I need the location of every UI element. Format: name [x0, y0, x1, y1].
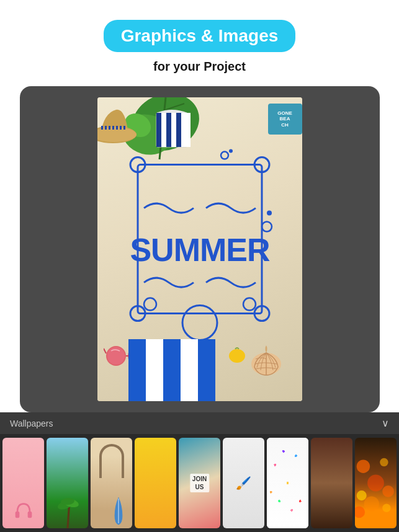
svg-rect-18 — [123, 126, 125, 130]
svg-rect-15 — [112, 126, 114, 130]
svg-rect-12 — [101, 126, 103, 130]
palm-tree-icon — [55, 494, 80, 528]
svg-point-65 — [357, 490, 367, 500]
svg-point-36 — [144, 298, 156, 311]
svg-point-66 — [382, 485, 394, 497]
svg-rect-14 — [109, 126, 110, 130]
svg-point-33 — [229, 149, 233, 153]
svg-line-57 — [68, 507, 69, 528]
wallpapers-label-row[interactable]: Wallpapers ∨ — [0, 412, 399, 434]
bottom-bar: Wallpapers ∨ — [0, 412, 399, 532]
arch-shape — [99, 444, 124, 478]
svg-line-45 — [104, 348, 106, 353]
svg-rect-13 — [105, 126, 107, 130]
thumbnail-8[interactable] — [311, 438, 352, 528]
svg-rect-48 — [128, 339, 146, 401]
svg-rect-22 — [161, 113, 166, 147]
title-text: Graphics & Images — [121, 26, 279, 45]
svg-rect-56 — [27, 512, 32, 518]
headphone-icon — [12, 500, 35, 525]
header: Graphics & Images for your Project — [0, 0, 399, 86]
thumbnails-row: JOINUS 🖌️ — [0, 434, 399, 532]
thumbnail-2[interactable] — [47, 438, 88, 528]
svg-text:SUMMER: SUMMER — [130, 232, 270, 268]
bokeh-icon — [355, 438, 397, 528]
svg-point-62 — [357, 459, 370, 472]
svg-rect-52 — [198, 339, 215, 401]
shell-icon — [249, 345, 284, 376]
yellow-fruit-icon — [228, 347, 246, 364]
svg-point-68 — [382, 504, 390, 512]
subtitle-text: for your Project — [153, 60, 246, 74]
svg-rect-17 — [120, 126, 122, 130]
beach-sign: GONEBEACH — [268, 104, 302, 135]
title-badge: Graphics & Images — [104, 20, 296, 52]
svg-rect-26 — [181, 113, 191, 147]
chevron-down-icon[interactable]: ∨ — [382, 417, 389, 429]
svg-rect-49 — [146, 339, 163, 401]
hat-icon — [97, 100, 141, 144]
svg-rect-25 — [176, 113, 181, 147]
thumbnail-3[interactable] — [91, 438, 132, 528]
svg-rect-24 — [171, 113, 176, 147]
svg-point-64 — [367, 475, 384, 492]
svg-rect-23 — [166, 113, 171, 147]
thumbnail-6[interactable]: 🖌️ — [223, 438, 264, 528]
svg-point-37 — [243, 298, 256, 311]
svg-rect-55 — [15, 512, 19, 518]
thumbnail-5[interactable]: JOINUS — [179, 438, 220, 528]
thumbnail-9[interactable] — [355, 438, 397, 528]
main-card: GONEBEACH — [20, 86, 380, 412]
towel-icon — [128, 339, 215, 401]
svg-point-38 — [262, 222, 272, 232]
sprinkle-pattern — [267, 438, 308, 528]
svg-rect-16 — [116, 126, 118, 130]
svg-point-69 — [355, 507, 365, 518]
image-preview[interactable]: GONEBEACH — [97, 97, 302, 401]
thumbnail-7[interactable] — [267, 438, 308, 528]
summer-image: GONEBEACH — [97, 97, 302, 401]
svg-point-63 — [380, 458, 388, 466]
svg-point-67 — [364, 496, 379, 511]
brushes-icon: 🖌️ — [236, 476, 251, 490]
join-us-label: JOINUS — [190, 474, 209, 492]
svg-rect-50 — [163, 339, 181, 401]
thumbnail-4[interactable] — [135, 438, 176, 528]
svg-rect-51 — [181, 339, 198, 401]
wallpapers-label: Wallpapers — [10, 419, 53, 428]
thumbnail-1[interactable] — [2, 438, 44, 528]
stripe-box-icon — [153, 107, 191, 150]
surfboard-icon — [114, 496, 123, 526]
svg-rect-21 — [156, 113, 161, 147]
svg-point-32 — [221, 152, 228, 159]
svg-point-53 — [229, 349, 245, 363]
beach-bottom — [97, 314, 302, 401]
svg-point-39 — [267, 211, 272, 216]
